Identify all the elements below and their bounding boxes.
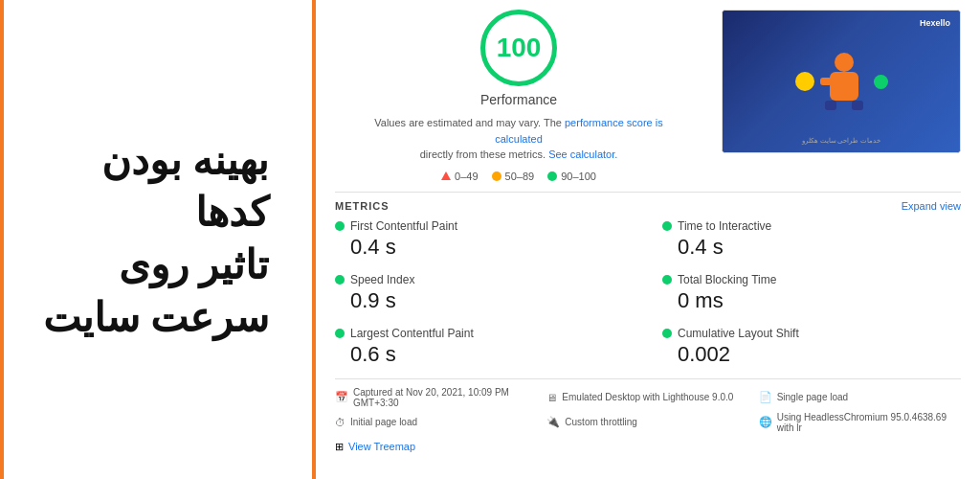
metrics-header: METRICS Expand view — [335, 200, 961, 212]
average-range: 50–89 — [505, 171, 535, 182]
footer-info: 📅 Captured at Nov 20, 2021, 10:09 PM GMT… — [335, 378, 961, 433]
footer-browser: Using HeadlessChromium 95.0.4638.69 with… — [777, 412, 961, 433]
footer-item-0: 📅 Captured at Nov 20, 2021, 10:09 PM GMT… — [335, 387, 537, 408]
metric-si-value: 0.9 s — [335, 288, 634, 313]
good-range: 90–100 — [561, 171, 596, 182]
svg-rect-2 — [825, 101, 836, 110]
good-icon — [547, 171, 557, 181]
score-section: 100 Performance Values are estimated and… — [335, 10, 961, 182]
bad-icon — [441, 171, 451, 180]
footer-item-2: 📄 Single page load — [759, 387, 961, 408]
throttle-icon: 🔌 — [546, 416, 560, 428]
circle-decoration-yellow — [795, 72, 814, 91]
metric-tti: Time to Interactive 0.4 s — [662, 219, 961, 260]
score-circle-wrapper: 100 — [335, 10, 702, 86]
metric-cls-value: 0.002 — [662, 342, 961, 367]
metric-si-dot — [335, 275, 345, 285]
screenshot-thumbnail: Hexello خدمات طراحی سایت هکلرو — [722, 10, 961, 153]
metric-cls: Cumulative Layout Shift 0.002 — [662, 327, 961, 367]
thumb-inner: Hexello خدمات طراحی سایت هکلرو — [723, 11, 960, 152]
svg-rect-1 — [830, 72, 858, 101]
metrics-grid: First Contentful Paint 0.4 s Time to Int… — [335, 219, 961, 367]
thumb-illustration — [795, 51, 888, 113]
svg-rect-3 — [852, 101, 863, 110]
footer-initial-load: Initial page load — [350, 417, 417, 427]
metric-lcp-dot — [335, 329, 345, 338]
metric-tbt-dot — [662, 275, 672, 285]
metric-fcp-name: First Contentful Paint — [335, 219, 634, 233]
footer-emulation: Emulated Desktop with Lighthouse 9.0.0 — [562, 392, 733, 402]
metric-tti-value: 0.4 s — [662, 235, 961, 260]
bad-range: 0–49 — [455, 171, 478, 182]
footer-capture-time: Captured at Nov 20, 2021, 10:09 PM GMT+3… — [353, 387, 537, 408]
left-panel: بهینه بودن کدها تاثیر روی سرعت سایت — [0, 0, 316, 479]
footer-page-load: Single page load — [777, 392, 849, 402]
right-panel: 100 Performance Values are estimated and… — [316, 0, 980, 479]
treemap-icon: ⊞ — [335, 441, 344, 453]
thumb-header: Hexello — [723, 18, 960, 28]
score-desc-text2: directly from these metrics. — [420, 148, 546, 160]
thumb-bottom-text: خدمات طراحی سایت هکلرو — [723, 137, 960, 145]
metric-tbt-name: Total Blocking Time — [662, 273, 961, 286]
person-illustration — [820, 51, 868, 113]
metric-cls-name: Cumulative Layout Shift — [662, 327, 961, 340]
svg-point-0 — [835, 53, 854, 72]
page-icon: 📄 — [759, 391, 772, 403]
section-divider — [335, 192, 961, 193]
footer-item-1: 🖥 Emulated Desktop with Lighthouse 9.0.0 — [546, 387, 748, 408]
persian-text: بهینه بودن کدها تاثیر روی سرعت سایت — [43, 135, 270, 344]
score-label: Performance — [335, 92, 702, 107]
metric-lcp-value: 0.6 s — [335, 342, 634, 367]
score-left: 100 Performance Values are estimated and… — [335, 10, 702, 182]
metric-tbt: Total Blocking Time 0 ms — [662, 273, 961, 313]
metric-fcp: First Contentful Paint 0.4 s — [335, 219, 634, 260]
thumb-logo-text: Hexello — [920, 18, 950, 28]
score-value: 100 — [497, 33, 542, 63]
browser-icon: 🌐 — [759, 416, 772, 428]
metric-tbt-value: 0 ms — [662, 288, 961, 313]
footer-throttling: Custom throttling — [565, 417, 637, 427]
metric-si: Speed Index 0.9 s — [335, 273, 634, 313]
metric-tti-name: Time to Interactive — [662, 219, 961, 233]
metrics-label: METRICS — [335, 200, 390, 212]
timer-icon: ⏱ — [335, 417, 345, 428]
circle-decoration-green — [874, 75, 888, 89]
legend-item-average: 50–89 — [492, 171, 535, 182]
metric-si-name: Speed Index — [335, 273, 634, 286]
metric-fcp-value: 0.4 s — [335, 235, 634, 260]
expand-view-button[interactable]: Expand view — [902, 200, 961, 212]
desktop-icon: 🖥 — [546, 392, 557, 403]
calendar-icon: 📅 — [335, 391, 348, 403]
metric-lcp: Largest Contentful Paint 0.6 s — [335, 327, 634, 367]
footer-item-3: ⏱ Initial page load — [335, 412, 537, 433]
svg-rect-4 — [820, 78, 832, 85]
metric-fcp-dot — [335, 221, 345, 231]
legend-item-good: 90–100 — [547, 171, 596, 182]
score-circle: 100 — [480, 10, 557, 86]
footer-item-5: 🌐 Using HeadlessChromium 95.0.4638.69 wi… — [759, 412, 961, 433]
score-description: Values are estimated and may vary. The p… — [366, 115, 672, 163]
view-treemap-link[interactable]: View Treemap — [348, 441, 415, 452]
metric-tti-dot — [662, 221, 672, 231]
metric-cls-dot — [662, 329, 672, 338]
average-icon — [492, 171, 501, 181]
view-treemap-section: ⊞ View Treemap — [335, 441, 961, 453]
metric-lcp-name: Largest Contentful Paint — [335, 327, 634, 340]
calculator-link[interactable]: See calculator. — [548, 148, 617, 160]
footer-item-4: 🔌 Custom throttling — [546, 412, 748, 433]
score-legend: 0–49 50–89 90–100 — [335, 171, 702, 182]
legend-item-bad: 0–49 — [441, 171, 478, 182]
score-desc-text1: Values are estimated and may vary. The — [374, 117, 562, 128]
